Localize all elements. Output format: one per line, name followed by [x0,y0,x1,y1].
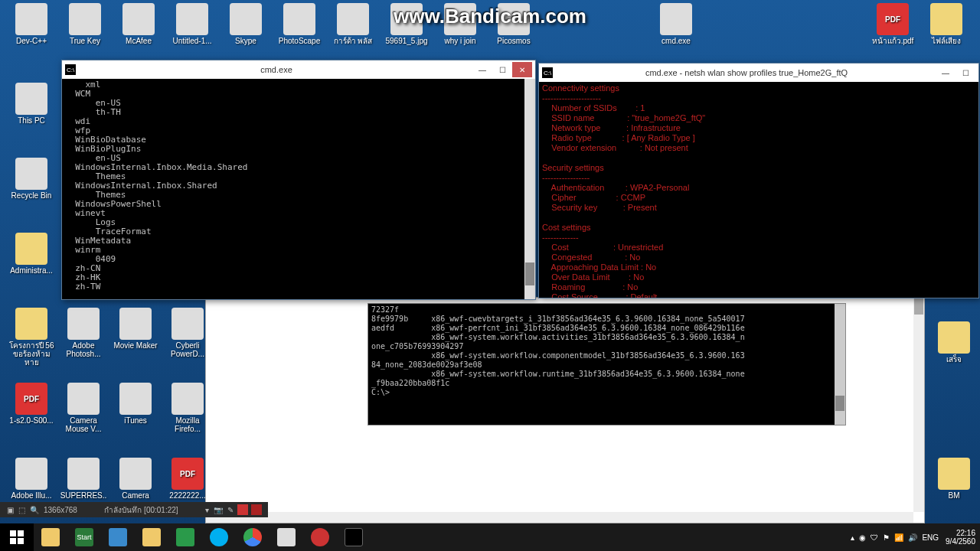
tray-network-icon[interactable]: 📶 [894,533,903,542]
desktop-icon[interactable]: ไฟล์เสียง [923,3,970,45]
titlebar[interactable]: C:\ cmd.exe - netsh wlan show profiles t… [539,64,978,82]
taskbar-start-tile[interactable]: Start [67,523,101,551]
desktop-icon[interactable]: Camera [112,458,159,500]
taskbar-notepad[interactable] [270,523,303,551]
scrollbar[interactable] [835,304,845,425]
app-icon [938,321,970,354]
app-icon [230,3,262,35]
terminal-output[interactable]: xml WCM en-US th-TH wdi wfp WinBioDataba… [62,79,535,299]
app-icon: PDF [172,458,204,490]
icon-label: Adobe Photosh... [60,341,107,358]
icon-label: Dev-C++ [8,37,55,45]
svg-rect-2 [10,538,16,544]
tray-clock[interactable]: 22:16 9/4/2560 [946,529,975,546]
desktop-icon[interactable]: การ์ด้า พลัส [329,3,377,45]
desktop-icon[interactable]: เสร็จ [930,321,978,364]
icon-label: Skype [222,37,270,45]
cmd-window-2[interactable]: C:\ cmd.exe - netsh wlan show profiles t… [538,63,979,298]
desktop-icon[interactable]: Movie Maker [112,308,159,350]
taskbar-skype[interactable] [202,523,236,551]
app-icon [15,458,47,490]
dropdown-icon[interactable]: ▾ [205,506,209,514]
taskbar-file-explorer-2[interactable] [135,523,168,551]
desktop-icon[interactable]: PhotoScape [276,3,323,45]
maximize-button[interactable]: ☐ [492,62,512,77]
taskbar-cmd[interactable] [337,523,371,551]
app-icon [283,3,315,35]
desktop-icon[interactable]: Adobe Photosh... [60,308,107,358]
minimize-button[interactable]: — [472,62,492,77]
desktop-icon[interactable]: Adobe Illu... [8,458,55,500]
icon-label: หน้าแก้ว.pdf [869,37,916,45]
desktop-icon[interactable]: cmd.exe [652,3,700,45]
recorder-icon: ▣ [7,506,14,514]
icon-label: cmd.exe [652,37,700,45]
icon-label: โครงการปี 56 ขอร้องห้ามหาย [8,341,55,367]
tray-up-icon[interactable]: ▴ [851,533,854,542]
app-icon [119,383,152,415]
taskbar-ie[interactable] [101,523,135,551]
desktop-icon[interactable]: This PC [8,83,55,125]
desktop-icon[interactable]: PDFหน้าแก้ว.pdf [869,3,916,45]
titlebar[interactable]: C:\ cmd.exe — ☐ ✕ [62,60,535,79]
desktop-icon[interactable]: Administra... [8,233,55,275]
icon-label: Recycle Bin [8,191,55,200]
icon-label: iTunes [112,416,159,425]
terminal-output[interactable]: 72327f 8fe9979b x86_wwf-cwevbtargets_i_3… [368,304,845,425]
app-icon [15,83,47,115]
desktop-icon[interactable]: Untitled-1... [168,3,216,45]
desktop-icon[interactable]: SUPERRES... [60,458,107,508]
taskbar-store[interactable] [168,523,202,551]
resolution-label: 1366x768 [44,506,77,514]
icon-label: BM [930,491,978,500]
bandicam-recording-bar[interactable]: ▣ ⬚ 🔍 1366x768 กำลังบันทึก [00:01:22] ▾ … [0,502,268,517]
desktop-icon[interactable]: Skype [222,3,270,45]
tray-shield-icon[interactable]: 🛡 [871,533,878,542]
cmd-window-1[interactable]: C:\ cmd.exe — ☐ ✕ xml WCM en-US th-TH wd… [61,60,536,300]
cmd-window-3[interactable]: 72327f 8fe9979b x86_wwf-cwevbtargets_i_3… [368,303,846,425]
magnify-icon: 🔍 [30,506,39,514]
scrollbar[interactable] [524,79,535,299]
desktop-icon[interactable]: BM [930,458,978,500]
svg-rect-0 [10,530,16,536]
desktop-icon[interactable]: โครงการปี 56 ขอร้องห้ามหาย [8,308,55,367]
close-button[interactable]: ✕ [512,62,532,77]
desktop-icon[interactable]: Dev-C++ [8,3,55,45]
app-icon: PDF [877,3,909,35]
desktop-icon[interactable]: Recycle Bin [8,158,55,200]
icon-label: Administra... [8,266,55,275]
camera-icon[interactable]: 📷 [214,506,223,514]
desktop-icon[interactable]: Camera Mouse V... [60,383,107,433]
app-icon: PDF [15,383,47,415]
maximize-button[interactable]: ☐ [956,65,975,80]
desktop-icon[interactable]: True Key [61,3,109,45]
icon-label: 2222222... [164,491,211,500]
icon-label: 59691_5.jpg [383,37,430,45]
tray-bandicam-icon[interactable]: ◉ [859,533,866,542]
taskbar-bandicam[interactable] [303,523,337,551]
desktop-icon[interactable]: PDF1-s2.0-S00... [8,383,55,425]
icon-label: เสร็จ [930,355,978,364]
icon-label: ไฟล์เสียง [923,37,970,45]
system-tray[interactable]: ▴ ◉ 🛡 ⚑ 📶 🔊 ENG 22:16 9/4/2560 [848,529,980,546]
tray-flag-icon[interactable]: ⚑ [883,533,890,542]
pen-icon[interactable]: ✎ [227,506,234,514]
taskbar-file-explorer[interactable] [34,523,67,551]
app-icon [930,3,962,35]
tray-lang[interactable]: ENG [922,533,939,542]
taskbar[interactable]: Start ▴ ◉ 🛡 ⚑ 📶 🔊 ENG 22:16 9/4/2560 [0,523,980,551]
desktop-icon[interactable]: McAfee [115,3,162,45]
taskbar-chrome[interactable] [236,523,270,551]
tray-volume-icon[interactable]: 🔊 [908,533,917,542]
terminal-output[interactable]: Connectivity settings ------------------… [539,82,978,298]
desktop-icon[interactable]: PDF2222222... [164,458,211,500]
desktop-icon[interactable]: Cyberli PowerD... [164,308,211,358]
start-button[interactable] [0,523,34,551]
stop-button[interactable] [251,504,262,515]
cmd-icon: C:\ [65,64,76,75]
minimize-button[interactable]: — [936,65,956,80]
bandicam-watermark: www.Bandicam.com [394,5,586,28]
desktop-icon[interactable]: Mozilla Firefo... [164,383,211,433]
desktop-icon[interactable]: iTunes [112,383,159,425]
record-button[interactable] [237,504,248,515]
